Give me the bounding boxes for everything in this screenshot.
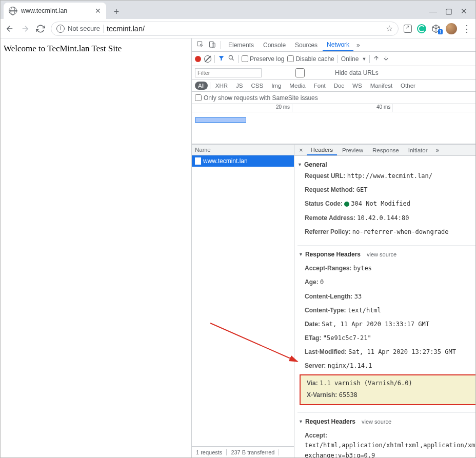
detail-close-icon[interactable]: × — [296, 146, 306, 154]
upload-icon[interactable] — [373, 55, 380, 63]
search-icon[interactable] — [228, 54, 235, 63]
tab-sources[interactable]: Sources — [291, 39, 322, 51]
page-content: Welcome to TecMint.lan Test Site — [1, 38, 191, 457]
devtools-tabs: Elements Console Sources Network » ✕8 ⋮ … — [192, 38, 475, 52]
extension-icon[interactable] — [404, 25, 412, 33]
detail-tab-headers[interactable]: Headers — [307, 145, 337, 155]
response-headers-section: ▼Response Headersview source Accept-Rang… — [296, 241, 475, 408]
grammarly-icon[interactable] — [417, 24, 426, 33]
minimize-button[interactable]: — — [429, 7, 437, 16]
tab-network[interactable]: Network — [323, 39, 353, 51]
maximize-button[interactable]: ▢ — [445, 7, 452, 16]
bookmark-icon[interactable]: ☆ — [386, 24, 393, 33]
svg-rect-0 — [197, 41, 202, 46]
throttle-select[interactable]: Online — [341, 55, 359, 63]
throttle-dropdown-icon[interactable]: ▼ — [362, 56, 366, 62]
filter-input[interactable] — [195, 68, 262, 77]
tab-close-icon[interactable]: ✕ — [95, 7, 101, 15]
clear-button[interactable] — [204, 55, 211, 63]
network-toolbar: Preserve log Disable cache Online ▼ — [192, 52, 475, 66]
element-picker-icon[interactable] — [195, 39, 206, 51]
more-tabs-icon[interactable]: » — [354, 39, 362, 51]
tab-title: www.tecmint.lan — [21, 7, 91, 14]
filter-ws[interactable]: WS — [349, 82, 365, 90]
hide-data-urls-checkbox[interactable]: Hide data URLs — [267, 68, 379, 77]
request-list: Name www.tecmint.lan 1 requests 237 B tr… — [192, 144, 294, 457]
detail-tab-preview[interactable]: Preview — [338, 146, 367, 155]
request-list-header[interactable]: Name — [192, 144, 294, 155]
highlighted-headers: Via: 1.1 varnish (Varnish/6.0)X-Varnish:… — [300, 374, 475, 405]
header-kv: Age: 0 — [298, 275, 475, 289]
window-controls: — ▢ ✕ — [429, 7, 472, 19]
detail-tab-response[interactable]: Response — [368, 146, 403, 155]
timeline[interactable]: 20 ms 40 ms 60 ms 80 ms 100 ms — [192, 104, 475, 144]
browser-tab[interactable]: www.tecmint.lan ✕ — [4, 3, 106, 19]
request-headers-section: ▼Request Headersview source Accept: text… — [296, 408, 475, 457]
filter-doc[interactable]: Doc — [331, 82, 347, 90]
tab-elements[interactable]: Elements — [224, 39, 258, 51]
preserve-log-checkbox[interactable]: Preserve log — [242, 55, 284, 63]
response-headers-header[interactable]: ▼Response Headersview source — [298, 245, 475, 262]
header-kv: Content-Length: 33 — [298, 290, 475, 304]
header-kv: Accept: text/html,application/xhtml+xml,… — [298, 429, 475, 457]
filter-bar: Hide data URLs — [192, 66, 475, 79]
devtools-panel: Elements Console Sources Network » ✕8 ⋮ … — [191, 38, 475, 457]
filter-css[interactable]: CSS — [248, 82, 266, 90]
request-headers-header[interactable]: ▼Request Headersview source — [298, 412, 475, 429]
record-button[interactable] — [195, 56, 201, 62]
detail-more-icon[interactable]: » — [432, 145, 442, 155]
type-filter-bar: All XHR JS CSS Img Media Font Doc WS Man… — [192, 79, 475, 92]
header-kv: Accept-Ranges: bytes — [298, 262, 475, 275]
headers-panel[interactable]: ▼General Request URL: http://www.tecmint… — [294, 156, 475, 457]
general-header[interactable]: ▼General — [298, 160, 475, 169]
general-section: ▼General Request URL: http://www.tecmint… — [296, 158, 475, 241]
header-kv: Server: nginx/1.14.1 — [298, 359, 475, 373]
reload-button[interactable] — [35, 24, 46, 34]
samesite-bar: Only show requests with SameSite issues — [192, 92, 475, 104]
filter-all[interactable]: All — [195, 82, 208, 90]
filter-img[interactable]: Img — [268, 82, 284, 90]
detail-tabs: × Headers Preview Response Initiator » — [294, 144, 475, 156]
browser-toolbar: i Not secure tecmint.lan/ ☆ 1 ⋮ — [1, 19, 475, 38]
url-text: tecmint.lan/ — [107, 25, 145, 33]
filter-manifest[interactable]: Manifest — [367, 82, 395, 90]
separator — [221, 41, 221, 49]
header-kv: Referrer Policy: no-referrer-when-downgr… — [298, 225, 475, 239]
disable-cache-checkbox[interactable]: Disable cache — [287, 55, 334, 63]
header-kv: Request URL: http://www.tecmint.lan/ — [298, 169, 475, 183]
close-window-button[interactable]: ✕ — [461, 7, 467, 16]
browser-menu-icon[interactable]: ⋮ — [462, 23, 471, 34]
filter-font[interactable]: Font — [311, 82, 329, 90]
header-kv: Date: Sat, 11 Apr 2020 13:33:17 GMT — [298, 317, 475, 331]
detail-tab-initiator[interactable]: Initiator — [404, 146, 432, 155]
back-button[interactable] — [5, 24, 15, 34]
forward-button[interactable] — [20, 24, 30, 34]
device-toggle-icon[interactable] — [207, 39, 217, 51]
samesite-checkbox[interactable]: Only show requests with SameSite issues — [195, 94, 318, 102]
status-dot-icon — [344, 202, 349, 207]
extension-cube-icon[interactable]: 1 — [431, 24, 441, 33]
site-info-icon[interactable]: i — [56, 25, 65, 33]
security-status: Not secure — [68, 25, 100, 32]
filter-media[interactable]: Media — [286, 82, 308, 90]
profile-avatar[interactable] — [446, 23, 457, 34]
download-icon[interactable] — [383, 55, 389, 63]
header-kv: Last-Modified: Sat, 11 Apr 2020 13:27:35… — [298, 345, 475, 359]
filter-xhr[interactable]: XHR — [212, 82, 231, 90]
header-kv: Via: 1.1 varnish (Varnish/6.0) — [307, 377, 475, 389]
request-footer: 1 requests 237 B transferred — [192, 446, 294, 457]
header-kv: Status Code: 304 Not Modified — [298, 197, 475, 211]
header-kv: X-Varnish: 65538 — [307, 389, 475, 401]
divider — [103, 25, 104, 33]
new-tab-button[interactable]: + — [109, 5, 124, 19]
tab-console[interactable]: Console — [259, 39, 290, 51]
request-row[interactable]: www.tecmint.lan — [192, 155, 294, 167]
address-bar[interactable]: i Not secure tecmint.lan/ ☆ — [51, 22, 399, 36]
request-detail: × Headers Preview Response Initiator » ▼… — [294, 144, 475, 457]
timeline-bar — [195, 117, 246, 123]
filter-other[interactable]: Other — [398, 82, 419, 90]
header-kv: Remote Address: 10.42.0.144:80 — [298, 211, 475, 225]
extension-badge: 1 — [438, 29, 443, 34]
filter-icon[interactable] — [218, 55, 225, 63]
filter-js[interactable]: JS — [233, 82, 246, 90]
